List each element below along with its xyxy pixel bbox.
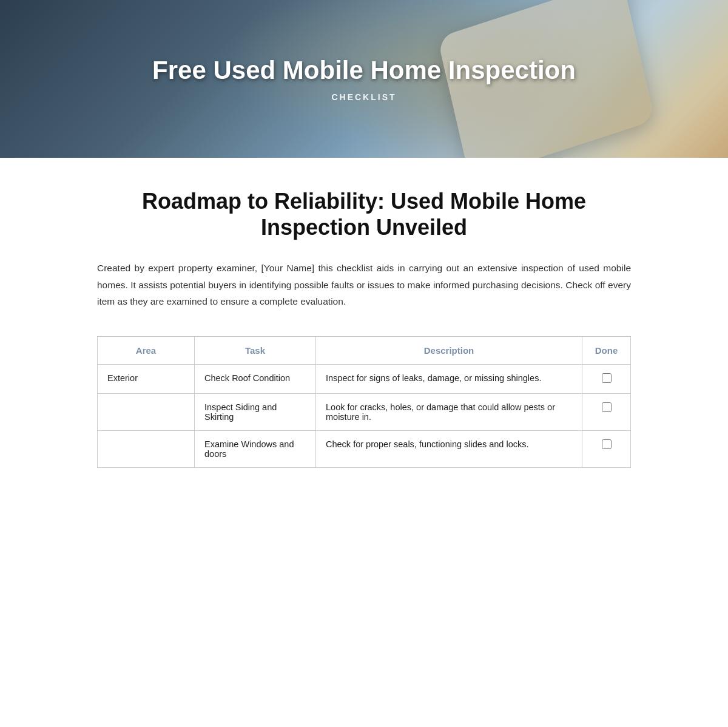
cell-description: Check for proper seals, functioning slid… [316,430,582,467]
table-row: Inspect Siding and SkirtingLook for crac… [98,393,631,430]
cell-area: Exterior [98,364,195,393]
page-heading: Roadmap to Reliability: Used Mobile Home… [97,188,631,240]
table-header-row: Area Task Description Done [98,336,631,364]
cell-done[interactable] [582,393,631,430]
cell-task: Examine Windows and doors [195,430,316,467]
hero-title: Free Used Mobile Home Inspection [128,56,600,85]
cell-area [98,393,195,430]
done-checkbox[interactable] [602,439,612,449]
cell-task: Inspect Siding and Skirting [195,393,316,430]
cell-area [98,430,195,467]
intro-paragraph: Created by expert property examiner, [Yo… [97,260,631,309]
header-description: Description [316,336,582,364]
table-row: Examine Windows and doorsCheck for prope… [98,430,631,467]
table-row: ExteriorCheck Roof ConditionInspect for … [98,364,631,393]
done-checkbox[interactable] [602,402,612,412]
done-checkbox[interactable] [602,373,612,383]
header-done: Done [582,336,631,364]
hero-subtitle: CHECKLIST [331,92,396,102]
cell-task: Check Roof Condition [195,364,316,393]
main-content: Roadmap to Reliability: Used Mobile Home… [73,158,655,504]
cell-description: Look for cracks, holes, or damage that c… [316,393,582,430]
header-task: Task [195,336,316,364]
hero-section: Free Used Mobile Home Inspection CHECKLI… [0,0,728,158]
cell-done[interactable] [582,364,631,393]
cell-done[interactable] [582,430,631,467]
checklist-table: Area Task Description Done ExteriorCheck… [97,336,631,468]
header-area: Area [98,336,195,364]
cell-description: Inspect for signs of leaks, damage, or m… [316,364,582,393]
